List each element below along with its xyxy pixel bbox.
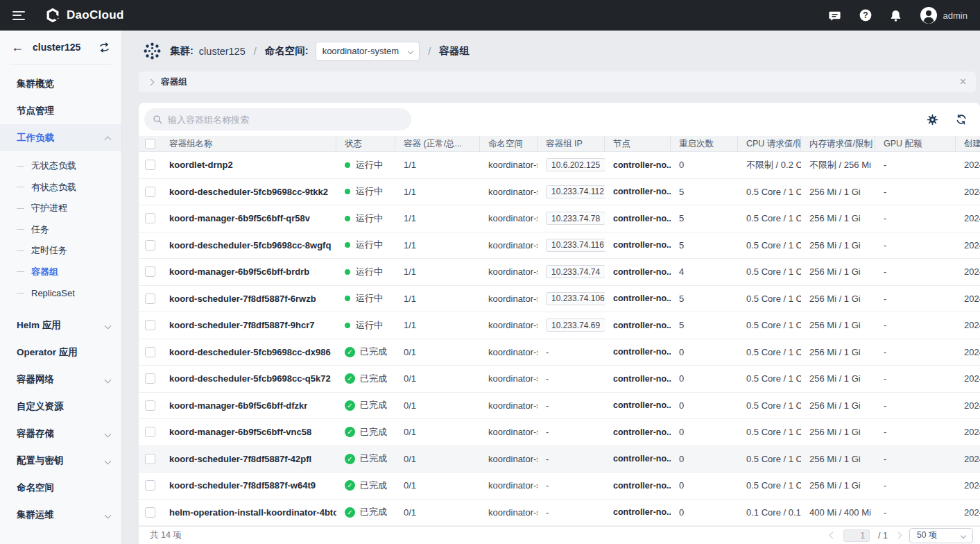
prev-page-icon[interactable] <box>829 532 836 539</box>
sidebar-subitem[interactable]: 任务 <box>0 219 121 241</box>
namespace-cell: koordinator-sy... <box>480 507 538 518</box>
pod-ip-cell: - <box>538 427 605 437</box>
back-arrow-icon[interactable]: ← <box>11 41 24 53</box>
hamburger-menu-icon[interactable] <box>12 11 25 20</box>
row-checkbox[interactable] <box>145 320 155 330</box>
sidebar-item[interactable]: 命名空间 <box>0 475 121 502</box>
sidebar-menu: 集群概览节点管理工作负载无状态负载有状态负载守护进程任务定时任务容器组Repli… <box>0 65 121 529</box>
row-checkbox[interactable] <box>145 454 155 464</box>
close-icon[interactable]: × <box>960 76 966 87</box>
sidebar-subitem-label: 无状态负载 <box>31 160 76 172</box>
refresh-icon[interactable] <box>955 113 968 126</box>
pod-ip-cell: 10.233.74.106 <box>538 292 605 305</box>
node-cell: controller-no... <box>605 187 671 196</box>
table-row[interactable]: koord-manager-6b9f5c6bff-qr58v运行中1/1koor… <box>139 205 980 232</box>
sidebar-subitem-label: ReplicaSet <box>31 288 75 298</box>
table-row[interactable]: koord-manager-6b9f5c6bff-brdrb运行中1/1koor… <box>139 259 980 286</box>
sidebar-subitem[interactable]: ReplicaSet <box>0 282 121 304</box>
memory-request-limit-cell: 不限制 / 256 Mi <box>801 159 875 171</box>
sidebar-item[interactable]: 集群概览 <box>0 70 121 97</box>
row-checkbox[interactable] <box>145 347 155 357</box>
row-checkbox[interactable] <box>145 400 155 411</box>
tab-label: 容器组 <box>161 76 187 88</box>
sidebar-cluster-name: cluster125 <box>33 42 80 53</box>
sidebar-item[interactable]: Helm 应用 <box>0 312 121 339</box>
row-select-cell <box>139 507 161 518</box>
pod-name: koord-scheduler-7f8df5887f-6rwzb <box>161 294 336 304</box>
status-cell: 运行中 <box>336 185 395 198</box>
table-row[interactable]: koordlet-drnp2运行中1/1koordinator-sy...10.… <box>139 152 980 179</box>
page-input[interactable] <box>843 529 870 542</box>
namespace-cell: koordinator-sy... <box>480 160 538 170</box>
table-row[interactable]: koord-scheduler-7f8df5887f-6rwzb运行中1/1ko… <box>139 286 980 313</box>
search-input[interactable] <box>168 114 403 125</box>
sidebar-subitem[interactable]: 无状态负载 <box>0 155 121 177</box>
namespace-cell: koordinator-sy... <box>480 213 538 223</box>
user-menu[interactable]: admin <box>920 6 968 24</box>
row-checkbox[interactable] <box>145 373 155 384</box>
tab-pods[interactable]: 容器组 × <box>139 71 976 92</box>
row-checkbox[interactable] <box>145 187 155 197</box>
column-header: 重启次数 <box>671 136 738 151</box>
sidebar-item[interactable]: 容器网络 <box>0 366 121 393</box>
column-header: 容器组名称 <box>161 136 336 151</box>
row-checkbox[interactable] <box>145 427 155 437</box>
select-all-checkbox[interactable] <box>145 139 155 149</box>
daocloud-logo-icon <box>44 7 61 24</box>
table-row[interactable]: koord-manager-6b9f5c6bff-dfzkr✓已完成0/1koo… <box>139 393 980 420</box>
page-size-select[interactable]: 50 项 <box>909 528 973 543</box>
containers-ready-cell: 0/1 <box>395 480 480 491</box>
chevron-right-icon[interactable] <box>148 78 155 85</box>
notification-bell-icon[interactable] <box>889 8 903 22</box>
dash-icon <box>17 208 24 209</box>
table-row[interactable]: koord-manager-6b9f5c6bff-vnc58✓已完成0/1koo… <box>139 419 980 446</box>
switch-cluster-icon[interactable] <box>98 42 110 53</box>
sidebar-subitem[interactable]: 定时任务 <box>0 240 121 262</box>
sidebar-item[interactable]: 配置与密钥 <box>0 448 121 475</box>
status-cell: 运行中 <box>336 319 395 332</box>
row-checkbox[interactable] <box>145 240 155 250</box>
table-row[interactable]: koord-scheduler-7f8df5887f-9hcr7运行中1/1ko… <box>139 312 980 339</box>
page-total-label: / 1 <box>878 531 888 541</box>
containers-ready-cell: 0/1 <box>395 373 480 384</box>
row-checkbox[interactable] <box>145 507 155 518</box>
column-settings-gear-icon[interactable] <box>927 114 938 126</box>
table-row[interactable]: koord-descheduler-5fcb9698cc-8wgfq运行中1/1… <box>139 232 980 260</box>
table-row[interactable]: koord-descheduler-5fcb9698cc-9tkk2运行中1/1… <box>139 179 980 206</box>
status-label: 已完成 <box>360 506 387 518</box>
table-row[interactable]: helm-operation-install-koordinator-4btc6… <box>139 500 980 527</box>
sidebar-item[interactable]: 自定义资源 <box>0 393 121 420</box>
message-icon[interactable] <box>828 8 842 22</box>
row-checkbox[interactable] <box>145 160 155 170</box>
table-row[interactable]: koord-scheduler-7f8df5887f-42pfl✓已完成0/1k… <box>139 446 980 473</box>
node-cell: controller-no... <box>605 294 671 303</box>
sidebar-item[interactable]: 容器存储 <box>0 420 121 448</box>
table-row[interactable]: koord-descheduler-5fcb9698cc-dx986✓已完成0/… <box>139 339 980 366</box>
table-row[interactable]: koord-descheduler-5fcb9698cc-q5k72✓已完成0/… <box>139 366 980 393</box>
table-body: koordlet-drnp2运行中1/1koordinator-sy...10.… <box>139 152 980 526</box>
row-checkbox[interactable] <box>145 213 155 223</box>
sidebar-subitem[interactable]: 守护进程 <box>0 198 121 219</box>
sidebar-item[interactable]: 节点管理 <box>0 97 121 124</box>
row-checkbox[interactable] <box>145 266 155 277</box>
created-time-cell: 2024 <box>956 213 980 223</box>
gpu-quota-cell: - <box>875 213 956 223</box>
restart-count-cell: 5 <box>671 187 738 197</box>
row-checkbox[interactable] <box>145 480 155 491</box>
sidebar-subitem[interactable]: 容器组 <box>0 262 121 283</box>
pod-ip-tag: 10.233.74.78 <box>546 212 605 225</box>
row-checkbox[interactable] <box>145 294 155 304</box>
namespace-select[interactable]: koordinator-system <box>316 42 420 61</box>
sidebar-item[interactable]: 工作负载 <box>0 124 121 151</box>
help-icon[interactable]: ? <box>859 8 872 22</box>
sidebar-item[interactable]: Operator 应用 <box>0 339 121 366</box>
brand-name: DaoCloud <box>67 8 124 22</box>
memory-request-limit-cell: 256 Mi / 1 Gi <box>801 266 875 277</box>
namespace-cell: koordinator-sy... <box>480 454 538 464</box>
next-page-icon[interactable] <box>895 532 902 539</box>
status-label: 运行中 <box>356 266 383 278</box>
sidebar-subitem[interactable]: 有状态负载 <box>0 177 121 198</box>
cpu-request-limit-cell: 0.5 Core / 1 C... <box>738 240 801 250</box>
sidebar-item[interactable]: 集群运维 <box>0 502 121 529</box>
table-row[interactable]: koord-scheduler-7f8df5887f-w64t9✓已完成0/1k… <box>139 473 980 500</box>
